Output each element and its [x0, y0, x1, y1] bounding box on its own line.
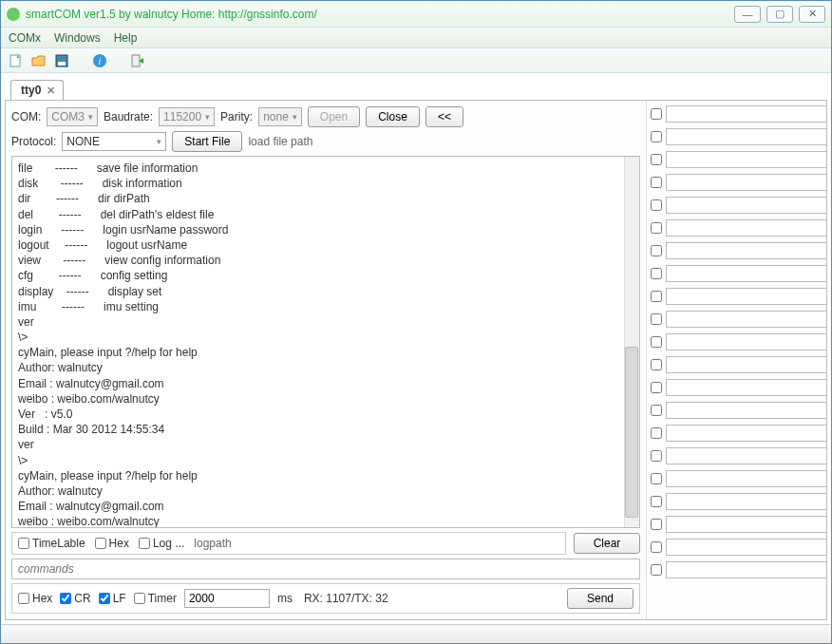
quick-row-18: 18 [651, 492, 823, 511]
send-button[interactable]: Send [567, 588, 633, 609]
new-icon[interactable] [9, 53, 24, 68]
toolbar: i [1, 48, 831, 73]
quick-input-21[interactable] [666, 561, 826, 578]
lf-checkbox[interactable]: LF [99, 592, 126, 605]
minimize-button[interactable]: — [734, 6, 761, 23]
quick-input-7[interactable] [666, 242, 826, 259]
quick-input-15[interactable] [666, 425, 826, 442]
terminal-output[interactable]: file ------ save file information disk -… [11, 156, 640, 528]
quick-check-7[interactable] [651, 245, 662, 256]
quick-input-19[interactable] [666, 516, 826, 533]
timer-checkbox[interactable]: Timer [134, 592, 177, 605]
quick-check-17[interactable] [651, 473, 662, 484]
quick-row-5: 05 [651, 196, 823, 215]
quick-check-20[interactable] [651, 541, 662, 553]
menubar: COMx Windows Help [1, 28, 831, 48]
quick-check-8[interactable] [651, 268, 662, 279]
statusbar [1, 624, 831, 643]
maximize-button[interactable]: ▢ [766, 6, 793, 23]
quick-input-4[interactable] [666, 174, 826, 191]
baud-select[interactable]: 115200▾ [159, 107, 215, 126]
menu-help[interactable]: Help [114, 31, 138, 45]
quick-check-9[interactable] [651, 291, 662, 302]
app-window: smartCOM ver1.5 by walnutcy Home: http:/… [0, 0, 832, 644]
svg-text:i: i [99, 56, 102, 66]
left-column: COM: COM3▾ Baudrate: 115200▾ Parity: non… [6, 101, 646, 619]
log-checkbox[interactable]: Log ... [139, 537, 184, 550]
quick-row-17: 17 [651, 469, 823, 488]
quick-check-11[interactable] [651, 336, 662, 348]
quick-input-14[interactable] [666, 402, 826, 419]
quick-check-21[interactable] [651, 564, 662, 576]
protocol-label: Protocol: [11, 135, 56, 148]
close-window-button[interactable]: ✕ [799, 6, 825, 23]
quick-row-10: 10 [651, 310, 823, 329]
scrollbar-thumb[interactable] [625, 347, 638, 518]
quick-input-12[interactable] [666, 356, 826, 373]
svg-rect-5 [132, 55, 140, 66]
terminal-scrollbar[interactable] [624, 157, 639, 527]
main-panel: COM: COM3▾ Baudrate: 115200▾ Parity: non… [5, 100, 827, 620]
protocol-select[interactable]: NONE▾ [62, 132, 166, 151]
quick-check-4[interactable] [651, 177, 662, 188]
protocol-row: Protocol: NONE▾ Start File load file pat… [11, 131, 640, 152]
parity-label: Parity: [220, 110, 253, 123]
window-title: smartCOM ver1.5 by walnutcy Home: http:/… [26, 8, 734, 21]
quick-check-14[interactable] [651, 405, 662, 416]
quick-check-6[interactable] [651, 222, 662, 234]
menu-comx[interactable]: COMx [9, 31, 41, 45]
quick-input-1[interactable] [666, 105, 826, 123]
close-button[interactable]: Close [366, 106, 420, 127]
quick-input-11[interactable] [666, 333, 826, 350]
quick-check-10[interactable] [651, 313, 662, 325]
open-icon[interactable] [31, 53, 47, 68]
hex-send-checkbox[interactable]: Hex [18, 592, 52, 605]
quick-row-6: 06 [651, 218, 823, 237]
quick-check-2[interactable] [651, 131, 662, 142]
command-input[interactable] [11, 559, 640, 579]
clear-button[interactable]: Clear [574, 533, 640, 554]
quick-input-8[interactable] [666, 265, 826, 282]
quick-input-10[interactable] [666, 311, 826, 328]
timelabel-checkbox[interactable]: TimeLable [18, 537, 85, 550]
quick-row-8: 08 [651, 264, 823, 283]
quick-check-3[interactable] [651, 154, 662, 165]
save-icon[interactable] [54, 53, 69, 68]
quick-check-13[interactable] [651, 382, 662, 393]
quick-check-19[interactable] [651, 519, 662, 530]
quick-input-5[interactable] [666, 197, 826, 214]
quick-input-2[interactable] [666, 128, 826, 145]
quick-input-13[interactable] [666, 379, 826, 396]
quick-input-18[interactable] [666, 493, 826, 510]
open-button[interactable]: Open [308, 106, 360, 127]
quick-check-12[interactable] [651, 359, 662, 370]
quick-input-9[interactable] [666, 288, 826, 305]
quick-row-15: 15 [651, 424, 823, 443]
back-button[interactable]: << [425, 106, 463, 127]
com-select[interactable]: COM3▾ [47, 107, 98, 126]
quick-check-15[interactable] [651, 427, 662, 439]
hex-view-checkbox[interactable]: Hex [95, 537, 129, 550]
cr-checkbox[interactable]: CR [60, 592, 90, 605]
quick-check-18[interactable] [651, 496, 662, 507]
quick-row-2: 02 [651, 127, 823, 146]
tab-tty0[interactable]: tty0 ✕ [10, 80, 64, 100]
quick-row-12: 12 [651, 355, 823, 374]
exit-icon[interactable] [130, 53, 145, 68]
quick-input-20[interactable] [666, 539, 826, 556]
quick-input-6[interactable] [666, 219, 826, 237]
menu-windows[interactable]: Windows [54, 31, 101, 45]
quick-check-5[interactable] [651, 199, 662, 211]
svg-rect-2 [58, 62, 66, 66]
parity-select[interactable]: none▾ [258, 107, 302, 126]
tab-close-icon[interactable]: ✕ [47, 85, 55, 97]
quick-input-16[interactable] [666, 447, 826, 464]
tab-label: tty0 [21, 84, 41, 97]
quick-input-17[interactable] [666, 470, 826, 487]
quick-check-1[interactable] [651, 108, 662, 120]
quick-input-3[interactable] [666, 151, 826, 168]
quick-check-16[interactable] [651, 450, 662, 462]
info-icon[interactable]: i [92, 53, 107, 68]
startfile-button[interactable]: Start File [172, 131, 242, 152]
timer-input[interactable] [184, 589, 270, 608]
